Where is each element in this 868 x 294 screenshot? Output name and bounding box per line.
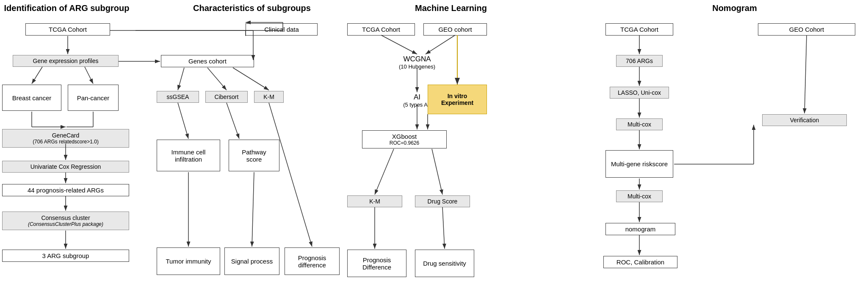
- pathway-score-label: Pathway score: [233, 148, 275, 163]
- nomogram-box: nomogram: [605, 223, 675, 235]
- geo-cohort-ml-label: GEO cohort: [438, 26, 472, 33]
- prognosis-args-box: 44 prognosis-related ARGs: [2, 184, 129, 196]
- univariate-label: Univariate Cox Regression: [30, 163, 101, 170]
- cibersort-label: Cibersort: [215, 93, 239, 100]
- prognosis-diff2-box: Prognosis Difference: [347, 250, 406, 277]
- km2-box: K-M: [347, 195, 402, 207]
- tcga-cohort-label-1: TCGA Cohort: [49, 26, 87, 33]
- arg-subgroup-label: 3 ARG subgroup: [42, 252, 89, 259]
- multicox2-box: Multi-cox: [616, 190, 663, 202]
- clinical-data-label: Clinical data: [264, 26, 299, 33]
- consensus-label: Consensus cluster: [5, 214, 126, 221]
- title-nomogram: Nomogram: [605, 3, 864, 13]
- lasso-label: LASSO, Uni-cox: [618, 89, 661, 96]
- lasso-box: LASSO, Uni-cox: [610, 87, 669, 99]
- svg-line-22: [227, 103, 239, 139]
- wcgna-sub-label: (10 Hubgenes): [347, 63, 487, 70]
- title-ml: Machine Learning: [347, 3, 555, 13]
- args-706-box: 706 ARGs: [616, 55, 663, 67]
- genecard-sub-label: (706 ARGs relatedscore>1.0): [5, 139, 126, 145]
- pan-cancer-label: Pan-cancer: [77, 94, 110, 102]
- invitro-box: In vitro Experiment: [428, 85, 487, 114]
- immune-cell-box: Immune cell infiltration: [157, 140, 220, 171]
- tcga-cohort-ml-label: TCGA Cohort: [362, 26, 400, 33]
- immune-cell-label: Immune cell infiltration: [161, 148, 216, 163]
- genecard-label: GeneCard: [5, 132, 126, 139]
- tcga-cohort-nom-box: TCGA Cohort: [605, 23, 673, 36]
- title-identification: Identification of ARG subgroup: [2, 3, 131, 13]
- svg-line-20: [233, 68, 269, 90]
- xgboost-box: XGboost ROC=0.9626: [362, 130, 447, 148]
- multigene-label: Multi-gene riskscore: [611, 160, 668, 168]
- geo-cohort-nom-box: GEO Cohort: [758, 23, 855, 36]
- tumor-immunity-label: Tumor immunity: [166, 258, 211, 265]
- tcga-cohort-box-1: TCGA Cohort: [25, 23, 110, 36]
- multicox1-box: Multi-cox: [616, 118, 663, 130]
- args-706-label: 706 ARGs: [626, 58, 653, 64]
- gene-expression-box: Gene expression profiles: [13, 55, 119, 67]
- tcga-cohort-nom-label: TCGA Cohort: [620, 26, 658, 33]
- prognosis-diff2-label: Prognosis Difference: [352, 256, 402, 271]
- multigene-box: Multi-gene riskscore: [605, 150, 673, 178]
- svg-line-24: [252, 172, 254, 247]
- drug-score-label: Drug Score: [428, 198, 458, 205]
- tcga-cohort-ml-box: TCGA Cohort: [347, 23, 415, 36]
- drug-sensitivity-label: Drug sensitivity: [423, 260, 466, 267]
- breast-cancer-label: Breast cancer: [12, 94, 52, 102]
- multicox2-label: Multi-cox: [628, 193, 651, 200]
- roc-cal-label: ROC, Calibration: [616, 258, 664, 266]
- gene-expression-label: Gene expression profiles: [33, 58, 99, 64]
- cibersort-box: Cibersort: [205, 91, 248, 103]
- pan-cancer-box: Pan-cancer: [68, 85, 119, 111]
- title-characteristics: Characteristics of subgroups: [157, 3, 347, 13]
- prognosis-diff1-box: Prognosis difference: [285, 247, 340, 275]
- roc-cal-box: ROC, Calibration: [603, 256, 677, 268]
- ssgsea-label: ssGSEA: [167, 93, 189, 100]
- signal-process-box: Signal process: [224, 247, 279, 275]
- genecard-box: GeneCard (706 ARGs relatedscore>1.0): [2, 129, 129, 148]
- svg-line-2: [32, 67, 42, 84]
- tumor-immunity-box: Tumor immunity: [157, 247, 220, 275]
- verification-label: Verification: [790, 117, 819, 124]
- svg-line-19: [207, 68, 227, 90]
- svg-line-34: [442, 207, 445, 249]
- svg-line-25: [269, 103, 312, 247]
- multicox1-label: Multi-cox: [628, 121, 651, 128]
- km2-label: K-M: [369, 198, 380, 205]
- consensus-sub-label: (ConsensusClusterPlus package): [5, 221, 126, 227]
- consensus-box: Consensus cluster (ConsensusClusterPlus …: [2, 212, 129, 230]
- svg-line-26: [381, 35, 417, 54]
- geo-cohort-nom-label: GEO Cohort: [789, 26, 824, 33]
- xgboost-sub-label: ROC=0.9626: [367, 140, 442, 146]
- genes-cohort-label: Genes cohort: [188, 58, 227, 65]
- invitro-label: In vitro Experiment: [441, 93, 473, 106]
- drug-score-box: Drug Score: [415, 195, 470, 207]
- verification-box: Verification: [762, 114, 847, 126]
- svg-line-21: [178, 103, 188, 139]
- nomogram-label: nomogram: [625, 225, 656, 233]
- svg-line-27: [426, 35, 455, 54]
- prognosis-diff1-label: Prognosis difference: [289, 254, 335, 269]
- signal-process-label: Signal process: [231, 258, 273, 265]
- breast-cancer-box: Breast cancer: [2, 85, 61, 111]
- ssgsea-box: ssGSEA: [157, 91, 199, 103]
- wcgna-label: WCGNA: [347, 55, 487, 63]
- svg-line-32: [432, 149, 442, 195]
- svg-line-44: [804, 35, 807, 113]
- km1-box: K-M: [254, 91, 284, 103]
- clinical-data-box: Clinical data: [246, 23, 318, 36]
- svg-line-3: [85, 67, 93, 84]
- wcgna-container: WCGNA (10 Hubgenes): [347, 55, 487, 70]
- svg-line-18: [178, 68, 184, 90]
- univariate-box: Univariate Cox Regression: [2, 161, 129, 173]
- drug-sensitivity-box: Drug sensitivity: [415, 250, 474, 277]
- xgboost-label: XGboost: [367, 133, 442, 140]
- prognosis-args-label: 44 prognosis-related ARGs: [28, 187, 104, 194]
- km1-label: K-M: [263, 93, 274, 100]
- diagram: Identification of ARG subgroup Character…: [0, 0, 868, 294]
- pathway-score-box: Pathway score: [229, 140, 279, 171]
- genes-cohort-box: Genes cohort: [161, 55, 254, 67]
- svg-line-31: [375, 149, 394, 195]
- arg-subgroup-box: 3 ARG subgroup: [2, 250, 129, 262]
- geo-cohort-ml-box: GEO cohort: [423, 23, 487, 36]
